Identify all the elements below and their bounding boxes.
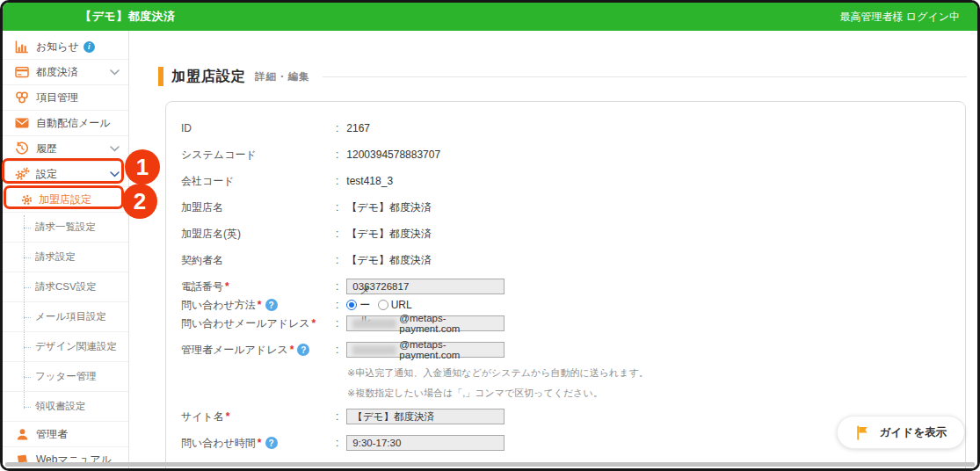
sidebar-item-footer-management[interactable]: フッター管理 — [3, 362, 128, 392]
help-icon[interactable]: ? — [265, 437, 278, 449]
guide-button-label: ガイドを表示 — [880, 425, 947, 440]
form-row-phone-number: 電話番号*:0363726817 — [166, 273, 965, 300]
info-icon: i — [83, 41, 95, 53]
sidebar-item-auto-mail[interactable]: 自動配信メール — [3, 111, 128, 136]
field-value-system-code: 1200394578883707 — [346, 149, 440, 161]
flag-icon — [855, 425, 870, 440]
app-body: お知らせi都度決済項目管理自動配信メール履歴設定加盟店設定請求一覧設定請求設定請… — [3, 31, 977, 468]
annotation-step-2-badge: 2 — [122, 184, 157, 219]
sidebar-submenu: 加盟店設定請求一覧設定請求設定請求CSV設定メール項目設定デザイン関連設定フッタ… — [3, 187, 128, 422]
colon-separator: : — [336, 437, 338, 449]
form-row-merchant-name: 加盟店名:【デモ】都度決済 — [166, 194, 965, 221]
sidebar-item-tsudo-kessai[interactable]: 都度決済 — [3, 60, 128, 85]
input-value: 9:30-17:30 — [352, 438, 401, 448]
colon-separator: : — [336, 280, 338, 293]
help-icon[interactable]: ? — [297, 344, 309, 356]
sidebar-item-design-settings[interactable]: デザイン関連設定 — [3, 332, 128, 362]
app-header: 【デモ】都度決済 最高管理者様 ログイン中 — [3, 3, 977, 31]
field-value-company-code: test418_3 — [346, 175, 393, 187]
sidebar: お知らせi都度決済項目管理自動配信メール履歴設定加盟店設定請求一覧設定請求設定請… — [3, 31, 129, 468]
annotation-step-1-badge: 1 — [125, 149, 160, 185]
merchant-settings-form: ID:2167システムコード:1200394578883707会社コード:tes… — [165, 101, 966, 468]
field-label-text: 加盟店名(英) — [181, 227, 241, 242]
colon-separator: : — [336, 201, 338, 214]
input-value: @metaps-payment.com — [399, 339, 498, 360]
sidebar-item-item-management[interactable]: 項目管理 — [3, 85, 128, 111]
field-label-contact-email: 問い合わせメールアドレス* — [181, 316, 336, 331]
sidebar-item-label: 自動配信メール — [36, 116, 111, 131]
colon-separator: : — [336, 149, 338, 161]
colon-separator: : — [336, 299, 338, 311]
field-value-id: 2167 — [346, 122, 370, 134]
field-value-merchant-name-en: 【デモ】都度決済 — [346, 227, 432, 242]
field-label-contractor-name: 契約者名 — [181, 253, 336, 268]
required-asterisk: * — [258, 299, 262, 311]
sidebar-item-administrators[interactable]: 管理者 — [3, 422, 128, 447]
form-row-note-1: ※申込完了通知、入金通知などがシステムから自動的に送られます。 — [166, 363, 965, 383]
field-value-text: 1200394578883707 — [346, 149, 440, 161]
sidebar-item-billing-list-settings[interactable]: 請求一覧設定 — [3, 213, 128, 243]
login-status: 最高管理者様 ログイン中 — [840, 10, 960, 25]
sidebar-item-label: 領収書設定 — [35, 400, 86, 413]
field-label-system-code: システムコード — [181, 148, 336, 163]
sidebar-item-label: メール項目設定 — [35, 310, 106, 323]
field-label-text: 加盟店名 — [181, 200, 223, 215]
sidebar-item-label: 請求CSV設定 — [35, 280, 97, 293]
field-label-admin-email: 管理者メールアドレス*? — [181, 343, 336, 358]
sidebar-item-billing-csv-settings[interactable]: 請求CSV設定 — [3, 272, 128, 302]
field-label-text: サイト名 — [181, 409, 224, 424]
page-title: 加盟店設定 — [171, 68, 246, 86]
chevron-down-icon — [110, 146, 120, 152]
field-label-contact-hours: 問い合わせ時間*? — [181, 436, 336, 451]
field-value-text: 2167 — [346, 122, 370, 134]
field-label-contact-method: 問い合わせ方法*? — [181, 298, 336, 313]
help-icon[interactable]: ? — [265, 299, 278, 311]
radio-option-label: URL — [391, 299, 412, 311]
sidebar-item-label: お知らせ — [36, 40, 79, 54]
sidebar-item-label: デザイン関連設定 — [35, 340, 117, 353]
sidebar-item-label: 管理者 — [36, 427, 68, 442]
field-value-text: test418_3 — [346, 175, 393, 187]
field-value-merchant-name: 【デモ】都度決済 — [346, 200, 432, 215]
sidebar-item-receipt-settings[interactable]: 領収書設定 — [3, 392, 128, 422]
redacted-blur — [352, 319, 396, 329]
sidebar-item-label: フッター管理 — [35, 370, 97, 383]
colon-separator: : — [336, 410, 338, 423]
title-accent-bar — [158, 67, 163, 86]
form-row-admin-email: 管理者メールアドレス*?:@metaps-payment.com — [166, 337, 965, 363]
field-label-text: 問い合わせメールアドレス — [181, 316, 310, 331]
field-label-merchant-name: 加盟店名 — [181, 200, 336, 215]
app-window: 【デモ】都度決済 最高管理者様 ログイン中 お知らせi都度決済項目管理自動配信メ… — [0, 0, 980, 471]
sidebar-item-billing-settings[interactable]: 請求設定 — [3, 243, 128, 272]
input-site-name[interactable]: 【デモ】都度決済 — [346, 409, 505, 424]
field-value-text: 【デモ】都度決済 — [346, 200, 432, 215]
field-value-contact-hours: 9:30-17:30 — [346, 435, 505, 451]
person-icon — [14, 428, 30, 441]
field-label-company-code: 会社コード — [181, 174, 336, 189]
colon-separator: : — [336, 175, 338, 187]
form-note: ※申込完了通知、入金通知などがシステムから自動的に送られます。 — [347, 366, 649, 380]
field-label-site-name: サイト名* — [181, 409, 336, 424]
input-admin-email[interactable]: @metaps-payment.com — [346, 342, 505, 358]
field-value-admin-email: @metaps-payment.com — [346, 342, 505, 358]
main-content: 加盟店設定 詳細・編集 ID:2167システムコード:1200394578883… — [129, 31, 977, 468]
sidebar-item-label: 都度決済 — [36, 65, 78, 80]
required-asterisk: * — [312, 317, 316, 330]
horizontal-scrollbar[interactable] — [5, 462, 975, 467]
input-contact-hours[interactable]: 9:30-17:30 — [346, 435, 505, 451]
sidebar-item-label: 履歴 — [36, 141, 57, 156]
show-guide-button[interactable]: ガイドを表示 — [837, 416, 965, 449]
app-title: 【デモ】都度決済 — [80, 9, 176, 25]
redacted-blur — [352, 345, 396, 355]
colon-separator: : — [336, 228, 338, 240]
form-note: ※複数指定したい場合は「,」コンマで区切ってください。 — [347, 387, 603, 400]
form-row-id: ID:2167 — [166, 115, 965, 141]
form-row-contact-method: 問い合わせ方法*?:メールURL — [166, 300, 181, 310]
bar-chart-icon — [14, 40, 30, 54]
input-value: 【デモ】都度決済 — [352, 410, 434, 424]
sidebar-item-mail-item-settings[interactable]: メール項目設定 — [3, 302, 128, 332]
required-asterisk: * — [226, 410, 230, 423]
sidebar-item-news[interactable]: お知らせi — [3, 34, 128, 60]
page-title-block: 加盟店設定 詳細・編集 — [158, 67, 967, 86]
radio-option-1[interactable]: URL — [378, 299, 412, 311]
